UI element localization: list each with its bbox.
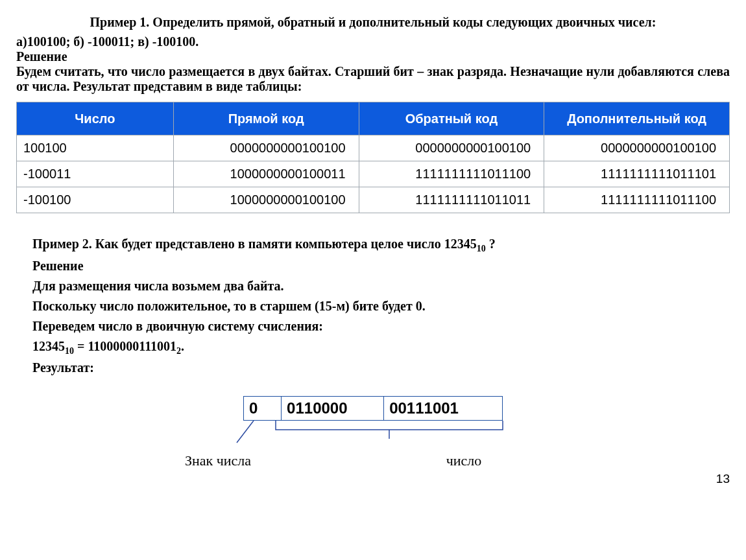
cell-inverse: 1111111111011100 <box>359 161 544 187</box>
example2-result-label: Результат: <box>32 358 730 378</box>
cell-complement: 1111111111011101 <box>544 161 730 187</box>
memory-labels: Знак числа число <box>185 452 561 469</box>
table-row: 100100 0000000000100100 0000000000100100… <box>17 135 730 161</box>
th-number: Число <box>17 102 174 135</box>
label-number: число <box>315 452 561 469</box>
cell-direct: 1000000000100100 <box>173 187 359 213</box>
th-direct: Прямой код <box>173 102 359 135</box>
th-complement: Дополнительный код <box>544 102 730 135</box>
label-sign: Знак числа <box>185 452 315 469</box>
mem-sign-bit: 0 <box>244 397 282 421</box>
cell-inverse: 0000000000100100 <box>359 135 544 161</box>
cell-complement: 0000000000100100 <box>544 135 730 161</box>
cell-inverse: 1111111111011011 <box>359 187 544 213</box>
cell-number: -100100 <box>17 187 174 213</box>
mem-high-byte: 0110000 <box>282 397 384 421</box>
example2-line1: Для размещения числа возьмем два байта. <box>32 276 730 296</box>
example1-solution-label: Решение <box>16 49 730 64</box>
cell-direct: 0000000000100100 <box>173 135 359 161</box>
memory-layout-table: 0 0110000 00111001 <box>243 396 503 421</box>
th-inverse: Обратный код <box>359 102 544 135</box>
example1-title: Пример 1. Определить прямой, обратный и … <box>16 13 730 31</box>
table-row: -100011 1000000000100011 111111111101110… <box>17 161 730 187</box>
example2-line2: Поскольку число положительное, то в стар… <box>32 296 730 316</box>
example2-block: Пример 2. Как будет представлено в памят… <box>32 234 730 378</box>
example2-solution-label: Решение <box>32 256 730 276</box>
example2-line3: Переведем число в двоичную систему счисл… <box>32 316 730 336</box>
cell-number: 100100 <box>17 135 174 161</box>
example2-title: Пример 2. Как будет представлено в памят… <box>32 234 730 256</box>
page-number: 13 <box>16 472 730 486</box>
example2-conversion: 1234510 = 110000001110012. <box>32 336 730 358</box>
codes-table: Число Прямой код Обратный код Дополнител… <box>16 102 730 213</box>
cell-direct: 1000000000100011 <box>173 161 359 187</box>
cell-complement: 1111111111011100 <box>544 187 730 213</box>
mem-low-byte: 00111001 <box>384 397 503 421</box>
table-row: -100100 1000000000100100 111111111101101… <box>17 187 730 213</box>
bracket-diagram <box>224 421 522 445</box>
example1-items: а)100100; б) -100011; в) -100100. <box>16 34 730 49</box>
cell-number: -100011 <box>17 161 174 187</box>
table-header-row: Число Прямой код Обратный код Дополнител… <box>17 102 730 135</box>
example1-solution-text: Будем считать, что число размещается в д… <box>16 64 730 94</box>
